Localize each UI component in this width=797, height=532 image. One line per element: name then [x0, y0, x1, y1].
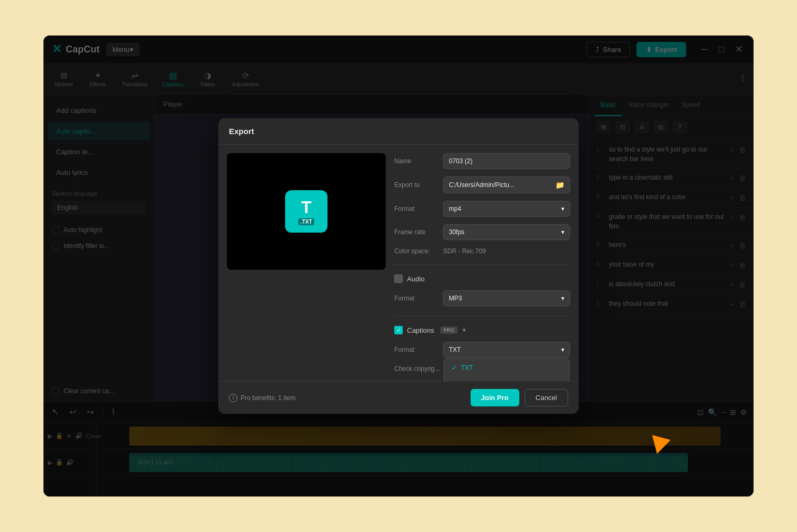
modal-preview: T .TXT: [227, 153, 386, 270]
audio-format-label: Format: [394, 295, 437, 302]
color-space-label: Color space:: [394, 247, 437, 255]
format-chevron: ▾: [561, 205, 564, 212]
export-to-input[interactable]: C:/Users/Admin/Pictu... 📁: [443, 176, 570, 193]
export-to-row: Export to C:/Users/Admin/Pictu... 📁: [394, 176, 570, 193]
txt-option: TXT: [461, 364, 473, 371]
frame-rate-label: Frame rate: [394, 228, 437, 236]
preview-icon: T .TXT: [285, 190, 327, 233]
captions-section-header: ✓ Captions PRO ▾: [394, 326, 570, 334]
pro-benefits: i Pro benefits: 1 item: [229, 394, 295, 402]
modal-overlay: Export T .TXT Name Export to: [43, 36, 754, 496]
captions-format-chevron: ▾: [561, 346, 564, 353]
join-pro-label: Join Pro: [481, 394, 509, 402]
captions-chevron: ▾: [463, 326, 466, 334]
name-label: Name: [394, 157, 437, 165]
cancel-button[interactable]: Cancel: [525, 389, 568, 406]
folder-icon[interactable]: 📁: [555, 181, 564, 189]
preview-t-letter: T: [301, 198, 312, 217]
preview-txt-badge: .TXT: [298, 218, 314, 225]
audio-format-chevron: ▾: [561, 295, 564, 302]
color-space-value: SDR - Rec.709: [443, 247, 486, 255]
frame-rate-select[interactable]: 30fps ▾: [443, 224, 570, 240]
frame-rate-chevron: ▾: [561, 228, 564, 236]
cursor-arrow-container: [650, 437, 669, 454]
format-select[interactable]: mp4 ▾: [443, 201, 570, 217]
audio-checkbox[interactable]: [394, 274, 403, 283]
audio-label: Audio: [407, 275, 424, 283]
modal-title: Export: [218, 118, 579, 145]
format-dropdown: ✓ TXT SRT: [444, 358, 570, 381]
format-row: Format mp4 ▾: [394, 201, 570, 217]
section-divider-1: [394, 264, 570, 265]
audio-format-row: Format MP3 ▾: [394, 290, 570, 306]
cursor-arrow-icon: [648, 435, 670, 456]
section-divider-2: [394, 316, 570, 316]
captions-format-label: Format: [394, 346, 437, 353]
captions-format-select[interactable]: TXT ▾ ✓ TXT SRT: [443, 342, 570, 358]
frame-rate-value: 30fps: [449, 228, 464, 236]
captions-checkbox[interactable]: ✓: [394, 326, 403, 334]
format-value: mp4: [449, 205, 461, 212]
frame-rate-row: Frame rate 30fps ▾: [394, 224, 570, 240]
info-icon: i: [229, 394, 237, 402]
footer-buttons: Join Pro Cancel: [471, 389, 568, 406]
cancel-label: Cancel: [536, 394, 557, 402]
txt-checkmark: ✓: [451, 364, 457, 371]
audio-format-value: MP3: [449, 295, 462, 302]
pro-badge: PRO: [440, 326, 457, 334]
copyright-label: Check copyrig...: [394, 365, 440, 373]
audio-section-header: Audio: [394, 274, 570, 283]
modal-settings: Name Export to C:/Users/Admin/Pictu... 📁…: [394, 153, 570, 373]
join-pro-button[interactable]: Join Pro: [471, 389, 519, 406]
captions-format-row: Format TXT ▾ ✓ TXT: [394, 342, 570, 358]
format-label: Format: [394, 205, 437, 212]
captions-label: Captions: [407, 326, 434, 334]
dropdown-txt[interactable]: ✓ TXT: [444, 359, 569, 377]
export-to-label: Export to: [394, 181, 437, 189]
name-input[interactable]: [443, 153, 570, 169]
color-space-row: Color space: SDR - Rec.709: [394, 247, 570, 255]
modal-footer: i Pro benefits: 1 item Join Pro Cancel: [218, 381, 579, 414]
dropdown-srt[interactable]: SRT: [444, 377, 569, 381]
captions-format-value: TXT: [449, 346, 461, 353]
audio-format-select[interactable]: MP3 ▾: [443, 290, 570, 306]
pro-benefits-label: Pro benefits: 1 item: [241, 394, 295, 402]
export-to-value: C:/Users/Admin/Pictu...: [449, 181, 515, 189]
name-row: Name: [394, 153, 570, 169]
modal-body: T .TXT Name Export to C:/Users/Admin/Pic…: [218, 145, 579, 381]
export-modal: Export T .TXT Name Export to: [218, 118, 579, 414]
